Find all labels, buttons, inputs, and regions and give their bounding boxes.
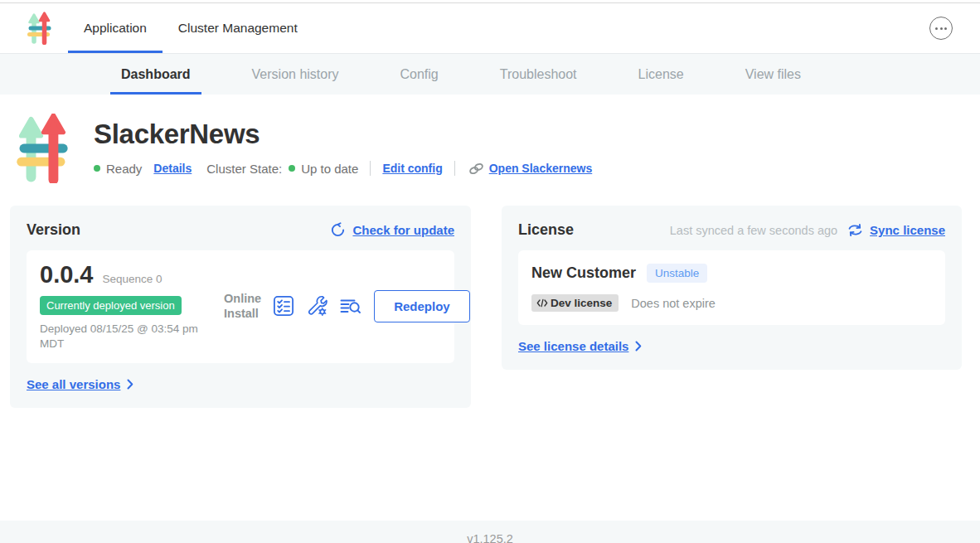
preflight-checks-icon[interactable] [273, 295, 294, 317]
deployed-timestamp: Deployed 08/15/25 @ 03:54 pm MDT [40, 322, 218, 351]
divider [454, 161, 455, 176]
chain-link-icon [468, 162, 484, 176]
slackernews-logo-icon [27, 12, 51, 45]
current-version-panel: 0.0.4 Sequence 0 Currently deployed vers… [27, 250, 454, 363]
refresh-icon [330, 222, 346, 238]
see-license-details-label: See license details [518, 339, 628, 353]
tab-application[interactable]: Application [68, 3, 163, 53]
check-for-update-label: Check for update [352, 223, 454, 237]
edit-config-link[interactable]: Edit config [382, 162, 442, 175]
subnav-item-view-files[interactable]: View files [735, 54, 812, 95]
dashboard-main: SlackerNews Ready Details Cluster State:… [0, 114, 980, 521]
license-type-label: Dev license [551, 297, 612, 309]
cluster-state-dot [289, 165, 295, 172]
wrench-gear-icon[interactable] [306, 295, 327, 317]
see-all-versions-link[interactable]: See all versions [27, 377, 454, 391]
subnav-item-troubleshoot[interactable]: Troubleshoot [489, 54, 588, 95]
cluster-state-value: Up to date [301, 162, 358, 176]
check-for-update-link[interactable]: Check for update [330, 222, 454, 238]
subnav-config-label: Config [400, 67, 439, 82]
divider [370, 161, 371, 176]
customer-name: New Customer [531, 264, 636, 282]
subnav-license-label: License [638, 67, 684, 82]
subnav-view-files-label: View files [745, 67, 801, 82]
app-subnav: Dashboard Version history Config Trouble… [0, 54, 980, 95]
sync-license-link[interactable]: Sync license [847, 223, 945, 237]
license-last-synced: Last synced a few seconds ago [670, 224, 837, 237]
license-expiry: Does not expire [631, 297, 716, 310]
see-all-versions-label: See all versions [27, 377, 120, 391]
channel-badge: Unstable [647, 264, 707, 283]
sync-arrows-icon [847, 223, 863, 237]
overflow-menu-button[interactable] [929, 17, 953, 40]
tab-cluster-management[interactable]: Cluster Management [163, 3, 313, 53]
top-navbar: Application Cluster Management [0, 3, 980, 54]
subnav-troubleshoot-label: Troubleshoot [500, 67, 577, 82]
license-details-panel: New Customer Unstable Dev license [518, 250, 945, 325]
deployed-version-badge: Currently deployed version [40, 296, 182, 315]
version-card-title: Version [27, 221, 80, 239]
sync-license-label: Sync license [870, 223, 945, 237]
license-card-title: License [518, 221, 574, 239]
install-type-label: Online Install [224, 291, 261, 321]
redeploy-button[interactable]: Redeploy [374, 290, 470, 322]
version-card: Version Check for update 0.0.4 Sequ [10, 206, 471, 408]
cluster-state-label: Cluster State: [206, 162, 282, 176]
subnav-item-config[interactable]: Config [390, 54, 449, 95]
page-title: SlackerNews [94, 119, 592, 150]
subnav-item-license[interactable]: License [628, 54, 695, 95]
view-logs-icon[interactable] [339, 295, 361, 317]
console-version: v1.125.2 [467, 532, 513, 543]
tab-application-label: Application [84, 21, 147, 36]
console-footer: v1.125.2 [0, 521, 980, 543]
subnav-dashboard-label: Dashboard [121, 67, 191, 82]
subnav-item-dashboard[interactable]: Dashboard [110, 54, 201, 95]
see-license-details-link[interactable]: See license details [518, 339, 945, 353]
version-number: 0.0.4 [40, 261, 94, 288]
open-app-label: Open Slackernews [489, 162, 593, 175]
license-card: License Last synced a few seconds ago Sy… [502, 206, 962, 370]
app-header: SlackerNews Ready Details Cluster State:… [17, 114, 980, 187]
app-status-text: Ready [106, 162, 142, 176]
chevron-right-icon [635, 341, 642, 351]
tab-cluster-management-label: Cluster Management [178, 21, 298, 36]
slackernews-logo-large-icon [17, 114, 69, 187]
subnav-item-version-history[interactable]: Version history [241, 54, 350, 95]
code-icon [536, 298, 548, 308]
license-type-badge: Dev license [531, 294, 619, 312]
chevron-right-icon [127, 379, 133, 390]
subnav-version-history-label: Version history [252, 67, 339, 82]
app-status-dot [94, 165, 100, 172]
status-details-link[interactable]: Details [153, 162, 192, 175]
version-sequence: Sequence 0 [103, 273, 163, 285]
open-app-link[interactable]: Open Slackernews [468, 162, 593, 176]
